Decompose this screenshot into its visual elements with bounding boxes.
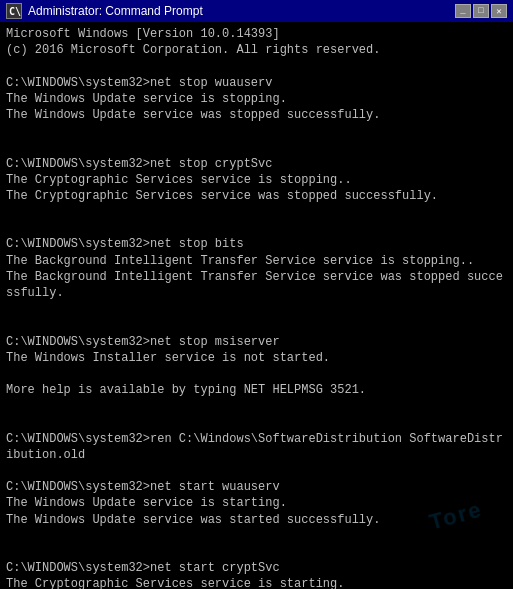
- console-line: [6, 528, 507, 544]
- console-line: The Background Intelligent Transfer Serv…: [6, 253, 507, 269]
- console-line: The Windows Installer service is not sta…: [6, 350, 507, 366]
- maximize-button[interactable]: □: [473, 4, 489, 18]
- console-line: [6, 139, 507, 155]
- console-line: More help is available by typing NET HEL…: [6, 382, 507, 398]
- console-line: C:\WINDOWS\system32>net stop msiserver: [6, 334, 507, 350]
- console-line: The Cryptographic Services service was s…: [6, 188, 507, 204]
- console-line: Microsoft Windows [Version 10.0.14393]: [6, 26, 507, 42]
- console-line: The Windows Update service was stopped s…: [6, 107, 507, 123]
- console-line: The Windows Update service is stopping.: [6, 91, 507, 107]
- console-line: [6, 544, 507, 560]
- console-line: [6, 220, 507, 236]
- console-line: [6, 301, 507, 317]
- title-bar-buttons: _ □ ✕: [455, 4, 507, 18]
- title-bar-icon: C\: [6, 3, 22, 19]
- console-line: C:\WINDOWS\system32>net start cryptSvc: [6, 560, 507, 576]
- console-line: C:\WINDOWS\system32>net stop cryptSvc: [6, 156, 507, 172]
- console-line: The Windows Update service was started s…: [6, 512, 507, 528]
- console-line: [6, 415, 507, 431]
- console-line: [6, 58, 507, 74]
- svg-text:C\: C\: [9, 6, 21, 17]
- minimize-button[interactable]: _: [455, 4, 471, 18]
- console-area: Microsoft Windows [Version 10.0.14393](c…: [0, 22, 513, 589]
- console-line: [6, 317, 507, 333]
- console-line: C:\WINDOWS\system32>net stop wuauserv: [6, 75, 507, 91]
- console-line: The Background Intelligent Transfer Serv…: [6, 269, 507, 301]
- console-line: [6, 398, 507, 414]
- title-bar: C\ Administrator: Command Prompt _ □ ✕: [0, 0, 513, 22]
- close-button[interactable]: ✕: [491, 4, 507, 18]
- console-line: [6, 463, 507, 479]
- console-line: C:\WINDOWS\system32>ren C:\Windows\Softw…: [6, 431, 507, 463]
- console-line: C:\WINDOWS\system32>net start wuauserv: [6, 479, 507, 495]
- console-line: The Cryptographic Services service is st…: [6, 172, 507, 188]
- console-line: [6, 123, 507, 139]
- console-line: [6, 204, 507, 220]
- console-line: (c) 2016 Microsoft Corporation. All righ…: [6, 42, 507, 58]
- console-line: The Windows Update service is starting.: [6, 495, 507, 511]
- console-line: C:\WINDOWS\system32>net stop bits: [6, 236, 507, 252]
- console-line: [6, 366, 507, 382]
- console-line: The Cryptographic Services service is st…: [6, 576, 507, 589]
- title-bar-text: Administrator: Command Prompt: [28, 4, 449, 18]
